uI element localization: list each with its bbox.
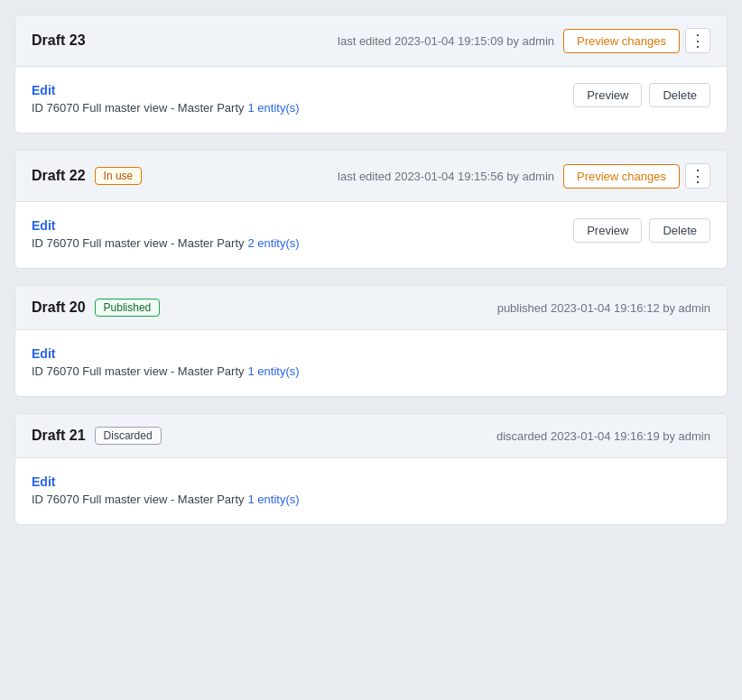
badge-published-draft-20: Published bbox=[95, 299, 161, 317]
body-actions-draft-23: PreviewDelete bbox=[573, 83, 710, 107]
draft-title-draft-20: Draft 20 bbox=[32, 299, 86, 316]
draft-meta-draft-21: discarded 2023-01-04 19:16:19 by admin bbox=[171, 429, 710, 443]
entity-link-draft-22[interactable]: 2 entity(s) bbox=[248, 236, 300, 250]
draft-section-draft-21: Draft 21Discardeddiscarded 2023-01-04 19… bbox=[14, 413, 728, 525]
draft-info-draft-21: EditID 76070 Full master view - Master P… bbox=[32, 474, 300, 506]
preview-button-draft-23[interactable]: Preview bbox=[573, 83, 642, 107]
draft-body-draft-21: EditID 76070 Full master view - Master P… bbox=[15, 458, 727, 524]
view-label-draft-23: ID 76070 Full master view - Master Party… bbox=[32, 101, 300, 115]
draft-body-draft-20: EditID 76070 Full master view - Master P… bbox=[15, 330, 727, 396]
entity-link-draft-23[interactable]: 1 entity(s) bbox=[248, 101, 300, 115]
draft-body-draft-23: EditID 76070 Full master view - Master P… bbox=[15, 67, 727, 133]
draft-meta-draft-23: last edited 2023-01-04 19:15:09 by admin bbox=[95, 34, 554, 48]
view-label-draft-22: ID 76070 Full master view - Master Party… bbox=[32, 236, 300, 250]
draft-title-draft-23: Draft 23 bbox=[32, 32, 86, 49]
draft-info-draft-23: EditID 76070 Full master view - Master P… bbox=[32, 83, 300, 115]
more-options-button-draft-22[interactable]: ⋮ bbox=[685, 163, 710, 189]
draft-body-draft-22: EditID 76070 Full master view - Master P… bbox=[15, 202, 727, 268]
badge-inuse-draft-22: In use bbox=[95, 167, 143, 185]
view-id-name-draft-20: ID 76070 Full master view - Master Party bbox=[32, 364, 245, 378]
view-label-draft-21: ID 76070 Full master view - Master Party… bbox=[32, 493, 300, 506]
edit-label-draft-23[interactable]: Edit bbox=[32, 83, 300, 97]
view-id-name-draft-22: ID 76070 Full master view - Master Party bbox=[32, 236, 245, 250]
draft-section-draft-22: Draft 22In uselast edited 2023-01-04 19:… bbox=[14, 150, 728, 269]
header-actions-draft-23: Preview changes⋮ bbox=[563, 28, 710, 53]
draft-header-draft-20: Draft 20Publishedpublished 2023-01-04 19… bbox=[15, 286, 727, 330]
draft-section-draft-23: Draft 23last edited 2023-01-04 19:15:09 … bbox=[14, 14, 728, 134]
view-label-draft-20: ID 76070 Full master view - Master Party… bbox=[32, 364, 300, 378]
preview-changes-button-draft-22[interactable]: Preview changes bbox=[563, 164, 680, 189]
draft-header-draft-22: Draft 22In uselast edited 2023-01-04 19:… bbox=[15, 151, 727, 202]
draft-title-draft-21: Draft 21 bbox=[32, 428, 86, 444]
badge-discarded-draft-21: Discarded bbox=[95, 427, 162, 445]
more-options-button-draft-23[interactable]: ⋮ bbox=[685, 28, 710, 53]
preview-changes-button-draft-23[interactable]: Preview changes bbox=[563, 29, 680, 53]
draft-title-draft-22: Draft 22 bbox=[32, 168, 86, 184]
preview-button-draft-22[interactable]: Preview bbox=[573, 218, 642, 243]
edit-label-draft-22[interactable]: Edit bbox=[32, 218, 300, 233]
view-id-name-draft-23: ID 76070 Full master view - Master Party bbox=[32, 101, 245, 115]
view-id-name-draft-21: ID 76070 Full master view - Master Party bbox=[32, 493, 245, 506]
body-actions-draft-22: PreviewDelete bbox=[573, 218, 710, 243]
draft-meta-draft-22: last edited 2023-01-04 19:15:56 by admin bbox=[151, 170, 554, 183]
draft-header-draft-21: Draft 21Discardeddiscarded 2023-01-04 19… bbox=[15, 414, 727, 458]
draft-info-draft-22: EditID 76070 Full master view - Master P… bbox=[32, 218, 300, 250]
edit-label-draft-20[interactable]: Edit bbox=[32, 346, 300, 361]
draft-header-draft-23: Draft 23last edited 2023-01-04 19:15:09 … bbox=[15, 15, 727, 67]
delete-button-draft-23[interactable]: Delete bbox=[649, 83, 710, 107]
edit-label-draft-21[interactable]: Edit bbox=[32, 474, 300, 489]
draft-info-draft-20: EditID 76070 Full master view - Master P… bbox=[32, 346, 300, 378]
delete-button-draft-22[interactable]: Delete bbox=[649, 218, 710, 243]
header-actions-draft-22: Preview changes⋮ bbox=[563, 163, 710, 189]
entity-link-draft-21[interactable]: 1 entity(s) bbox=[248, 493, 300, 506]
entity-link-draft-20[interactable]: 1 entity(s) bbox=[248, 364, 300, 378]
draft-meta-draft-20: published 2023-01-04 19:16:12 by admin bbox=[169, 301, 710, 315]
draft-section-draft-20: Draft 20Publishedpublished 2023-01-04 19… bbox=[14, 285, 728, 397]
